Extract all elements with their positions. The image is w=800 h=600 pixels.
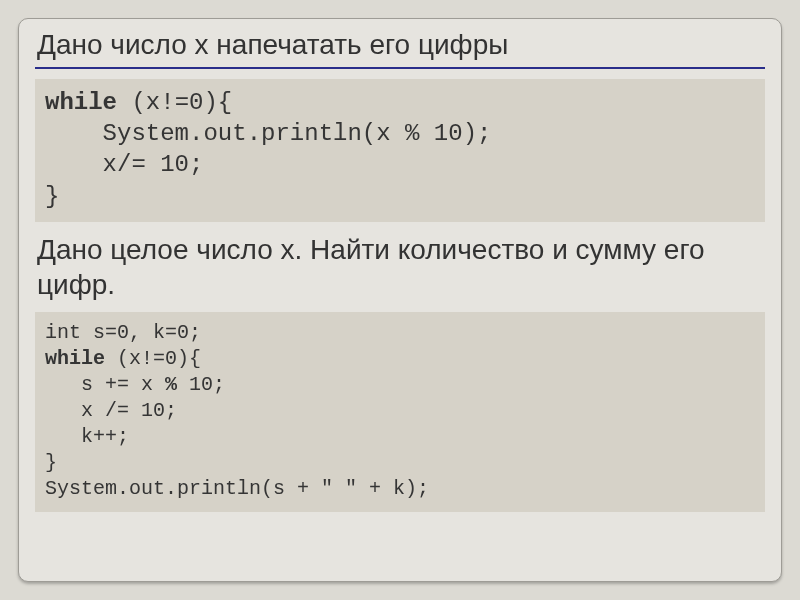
slide-subtitle: Дано целое число x. Найти количество и с… <box>35 226 765 312</box>
slide-title: Дано число x напечатать его цифры <box>35 27 765 65</box>
slide-panel: Дано число x напечатать его цифры while … <box>18 18 782 582</box>
operator-mod: % <box>165 373 177 396</box>
keyword-while: while <box>45 347 105 370</box>
code-block-1: while (x!=0){ System.out.println(x % 10)… <box>35 79 765 222</box>
title-underline <box>35 67 765 69</box>
code-text-2: int s=0, k=0; while (x!=0){ s += x % 10;… <box>45 320 755 502</box>
code-block-2: int s=0, k=0; while (x!=0){ s += x % 10;… <box>35 312 765 512</box>
keyword-while: while <box>45 89 117 116</box>
code-text-1: while (x!=0){ System.out.println(x % 10)… <box>45 87 755 212</box>
